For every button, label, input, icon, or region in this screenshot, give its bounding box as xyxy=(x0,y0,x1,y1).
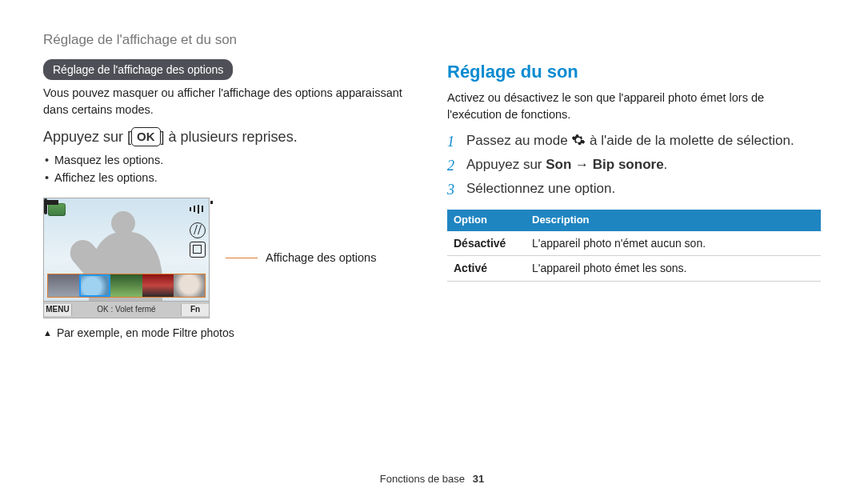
cell-option: Activé xyxy=(447,256,526,281)
cell-desc: L'appareil photo émet les sons. xyxy=(526,256,821,281)
caption-text: Par exemple, en mode Filtre photos xyxy=(57,326,234,339)
step-3: 3 Sélectionnez une option. xyxy=(447,179,821,200)
cell-desc: L'appareil photo n'émet aucun son. xyxy=(526,231,821,256)
heading-sound: Réglage du son xyxy=(447,59,821,85)
thumb-3 xyxy=(110,274,142,297)
globe-icon xyxy=(190,222,206,238)
step-number-3: 3 xyxy=(447,179,458,200)
battery-icon xyxy=(44,198,47,214)
screenshot-caption: ▲Par exemple, en mode Filtre photos xyxy=(43,325,417,341)
callout-pointer: Affichage des options xyxy=(226,250,376,266)
signal-icon xyxy=(189,203,203,214)
section-pill-display-options: Réglage de l'affichage des options xyxy=(43,59,233,80)
bar-center-text: OK : Volet fermé xyxy=(72,304,181,316)
th-option: Option xyxy=(447,210,526,231)
intro-text: Vous pouvez masquer ou afficher l'affich… xyxy=(43,85,417,118)
callout-line xyxy=(226,258,258,258)
scene-badge-icon xyxy=(48,203,66,216)
left-column: Réglage de l'affichage des options Vous … xyxy=(43,59,417,342)
ok-button-glyph: OK xyxy=(131,127,161,146)
option-bullets: Masquez les options. Affichez les option… xyxy=(43,152,417,186)
step-number-1: 1 xyxy=(447,131,458,152)
page-title: Réglage de l'affichage et du son xyxy=(43,32,821,48)
step2-pre: Appuyez sur xyxy=(466,157,546,172)
screenshot-bottom-bar: MENU OK : Volet fermé Fn xyxy=(44,301,209,318)
press-instruction: Appuyez sur [OK] à plusieurs reprises. xyxy=(43,126,417,147)
step1-pre: Passez au mode xyxy=(466,133,571,148)
screenshot-preview xyxy=(44,198,209,301)
bullet-hide: Masquez les options. xyxy=(43,152,417,169)
thumb-2-selected xyxy=(79,274,110,297)
step-2: 2 Appuyez sur Son → Bip sonore. xyxy=(447,155,821,176)
step-number-2: 2 xyxy=(447,155,458,176)
step2-bold-son: Son xyxy=(546,157,571,172)
thumb-4 xyxy=(142,274,174,297)
press-post: ] à plusieurs reprises. xyxy=(161,129,298,145)
frame-icon xyxy=(190,242,206,258)
press-pre: Appuyez sur [ xyxy=(43,129,131,145)
triangle-icon: ▲ xyxy=(43,327,52,340)
step2-post: . xyxy=(664,157,668,172)
options-table: Option Description Désactivé L'appareil … xyxy=(447,210,821,281)
footer-page-number: 31 xyxy=(473,473,484,485)
right-column: Réglage du son Activez ou désactivez le … xyxy=(447,59,821,342)
th-description: Description xyxy=(526,210,821,231)
step1-post: à l'aide de la molette de sélection. xyxy=(590,133,794,148)
camera-screenshot: MENU OK : Volet fermé Fn xyxy=(43,198,210,318)
cell-option: Désactivé xyxy=(447,231,526,256)
fn-softkey: Fn xyxy=(181,304,209,316)
gear-icon xyxy=(571,133,586,147)
thumb-1 xyxy=(48,274,79,297)
sound-intro: Activez ou désactivez le son que l'appar… xyxy=(447,90,821,123)
page-footer: Fonctions de base 31 xyxy=(0,473,864,485)
steps-list: 1 Passez au mode à l'aide de la molette … xyxy=(447,131,821,200)
step2-bold-bip: Bip sonore xyxy=(593,157,664,172)
filter-thumbnails xyxy=(48,274,205,297)
step-1: 1 Passez au mode à l'aide de la molette … xyxy=(447,131,821,152)
step2-arrow: → xyxy=(571,157,592,172)
footer-section: Fonctions de base xyxy=(380,473,465,485)
options-highlight-box xyxy=(47,274,206,298)
bullet-show: Affichez les options. xyxy=(43,170,417,186)
menu-softkey: MENU xyxy=(44,304,72,316)
step3-text: Sélectionnez une option. xyxy=(466,179,615,199)
table-row: Activé L'appareil photo émet les sons. xyxy=(447,256,821,281)
callout-label: Affichage des options xyxy=(266,250,376,266)
table-row: Désactivé L'appareil photo n'émet aucun … xyxy=(447,231,821,256)
thumb-5 xyxy=(174,274,205,297)
